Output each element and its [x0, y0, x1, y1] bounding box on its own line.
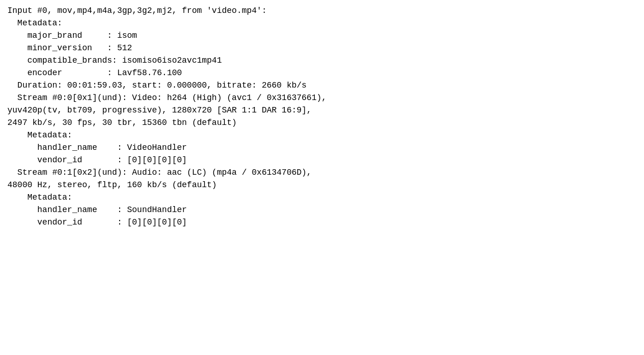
terminal-output: Input #0, mov,mp4,m4a,3gp,3g2,mj2, from …	[7, 5, 637, 229]
